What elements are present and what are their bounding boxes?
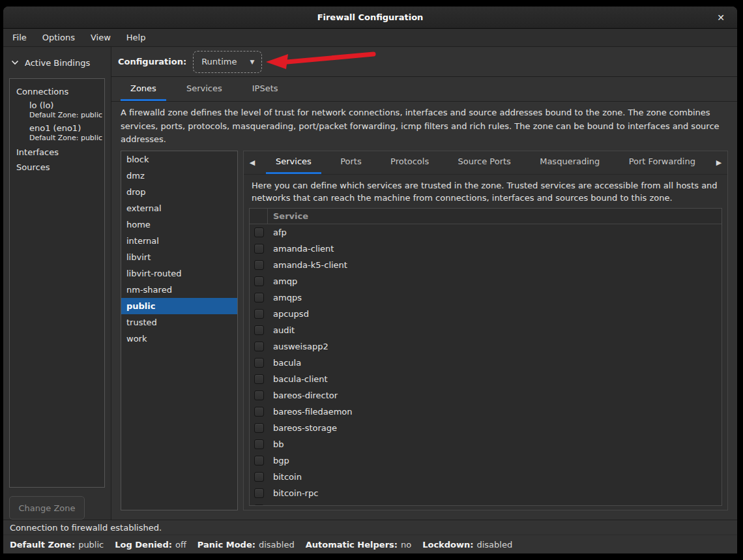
service-row[interactable]: amqps: [250, 289, 721, 306]
service-row[interactable]: bb: [250, 436, 721, 452]
service-row-partial[interactable]: [250, 501, 721, 506]
zone-detail-panel: ◀ ServicesPortsProtocolsSource PortsMasq…: [243, 151, 728, 510]
status-label: Panic Mode:: [197, 540, 255, 550]
menu-item[interactable]: Options: [35, 29, 83, 46]
service-row[interactable]: bitcoin-rpc: [250, 485, 721, 501]
service-name: ausweisapp2: [273, 342, 328, 351]
connection-item[interactable]: eno1 (eno1) Default Zone: public: [10, 122, 104, 145]
tab-scroll-left-icon[interactable]: ◀: [244, 151, 261, 174]
service-checkbox[interactable]: [254, 488, 264, 498]
service-checkbox[interactable]: [254, 325, 264, 335]
tree-item-sources[interactable]: Sources: [10, 160, 104, 175]
configuration-label: Configuration:: [118, 57, 186, 66]
zone-row[interactable]: home: [121, 216, 237, 233]
service-row[interactable]: bgp: [250, 452, 721, 469]
service-row[interactable]: audit: [250, 322, 721, 338]
menu-item[interactable]: File: [5, 29, 35, 46]
zone-row[interactable]: nm-shared: [121, 282, 237, 298]
zone-detail-tab[interactable]: Source Ports: [448, 151, 521, 174]
service-checkbox[interactable]: [254, 260, 264, 270]
status-label: Automatic Helpers:: [306, 540, 398, 550]
service-checkbox[interactable]: [254, 391, 264, 400]
zone-row[interactable]: libvirt: [121, 249, 237, 265]
window-title: Firewall Configuration: [317, 12, 424, 22]
configuration-value: Runtime: [201, 57, 237, 66]
zone-row[interactable]: libvirt-routed: [121, 265, 237, 282]
zone-row[interactable]: trusted: [121, 314, 237, 331]
zone-detail-tab[interactable]: Ports: [330, 151, 372, 174]
service-name: bacula: [273, 358, 301, 368]
service-checkbox[interactable]: [254, 374, 264, 384]
configuration-row: Configuration: Runtime ▼: [111, 47, 737, 77]
close-icon[interactable]: ✕: [715, 12, 727, 23]
zone-detail-tab[interactable]: Port Forwarding: [619, 151, 705, 174]
service-checkbox[interactable]: [254, 407, 264, 417]
service-row[interactable]: amanda-client: [250, 241, 721, 257]
service-checkbox[interactable]: [254, 423, 264, 433]
tree-item-connections[interactable]: Connections: [10, 84, 104, 99]
service-row[interactable]: amanda-k5-client: [250, 257, 721, 273]
status-value: public: [78, 540, 104, 550]
tab-scroll-right-icon[interactable]: ▶: [710, 151, 727, 174]
configuration-dropdown[interactable]: Runtime ▼: [193, 51, 262, 73]
zone-row[interactable]: internal: [121, 233, 237, 249]
service-name: bitcoin-rpc: [273, 488, 318, 498]
zone-detail-tab[interactable]: Services: [266, 151, 321, 174]
status-summary-bar: Default Zone:public Log Denied:off Panic…: [3, 535, 737, 553]
zone-row[interactable]: work: [121, 331, 237, 347]
service-row[interactable]: bacula-client: [250, 371, 721, 387]
tree-item-interfaces[interactable]: Interfaces: [10, 145, 104, 160]
service-checkbox[interactable]: [254, 244, 264, 254]
main-tab[interactable]: Zones: [121, 77, 166, 101]
service-row[interactable]: apcupsd: [250, 306, 721, 322]
menu-item[interactable]: Help: [119, 29, 154, 46]
status-pair: Panic Mode:disabled: [197, 540, 295, 550]
zone-detail-tabs: ServicesPortsProtocolsSource PortsMasque…: [261, 151, 710, 174]
service-checkbox[interactable]: [254, 228, 264, 237]
service-row[interactable]: amqp: [250, 273, 721, 289]
active-bindings-header[interactable]: Active Bindings: [3, 47, 111, 78]
service-column-header[interactable]: Service: [268, 209, 721, 224]
zone-detail-tab[interactable]: Masquerading: [530, 151, 609, 174]
service-checkbox[interactable]: [254, 309, 264, 319]
status-pair: Default Zone:public: [10, 540, 104, 550]
zone-row[interactable]: public: [121, 298, 237, 314]
change-zone-button[interactable]: Change Zone: [9, 496, 85, 520]
service-checkbox[interactable]: [254, 358, 264, 368]
zone-detail-tab[interactable]: Protocols: [381, 151, 439, 174]
service-row[interactable]: ausweisapp2: [250, 338, 721, 355]
status-pair: Lockdown:disabled: [422, 540, 512, 550]
service-checkbox[interactable]: [254, 276, 264, 286]
menu-item[interactable]: View: [83, 29, 119, 46]
service-checkbox[interactable]: [254, 439, 264, 449]
zone-row[interactable]: dmz: [121, 168, 237, 184]
zone-row[interactable]: external: [121, 200, 237, 216]
service-checkbox[interactable]: [254, 472, 264, 482]
status-label: Lockdown:: [422, 540, 473, 550]
main-tab[interactable]: IPSets: [242, 77, 288, 101]
service-row[interactable]: bitcoin: [250, 469, 721, 485]
services-description: Here you can define which services are t…: [244, 175, 727, 208]
service-checkbox[interactable]: [254, 456, 264, 465]
service-checkbox[interactable]: [254, 293, 264, 302]
service-name: amqps: [273, 293, 302, 302]
service-checkbox[interactable]: [254, 505, 264, 506]
connection-zone: Default Zone: public: [29, 111, 104, 119]
service-row[interactable]: bareos-filedaemon: [250, 404, 721, 420]
zone-row[interactable]: block: [121, 151, 237, 168]
zone-row[interactable]: drop: [121, 184, 237, 200]
main-tab[interactable]: Services: [177, 77, 232, 101]
service-name: bgp: [273, 456, 289, 465]
status-value: no: [401, 540, 411, 550]
titlebar: Firewall Configuration ✕: [3, 7, 737, 29]
service-row[interactable]: bareos-director: [250, 387, 721, 404]
service-row[interactable]: afp: [250, 224, 721, 241]
connection-item[interactable]: lo (lo) Default Zone: public: [10, 99, 104, 122]
service-row[interactable]: bareos-storage: [250, 420, 721, 436]
service-row[interactable]: bacula: [250, 355, 721, 371]
service-checkbox[interactable]: [254, 342, 264, 351]
status-message-bar: Connection to firewalld established.: [3, 520, 737, 535]
connection-zone: Default Zone: public: [29, 134, 104, 142]
zone-detail-tabbar: ◀ ServicesPortsProtocolsSource PortsMasq…: [244, 151, 727, 175]
zone-list: blockdmzdropexternalhomeinternallibvirtl…: [121, 151, 238, 510]
